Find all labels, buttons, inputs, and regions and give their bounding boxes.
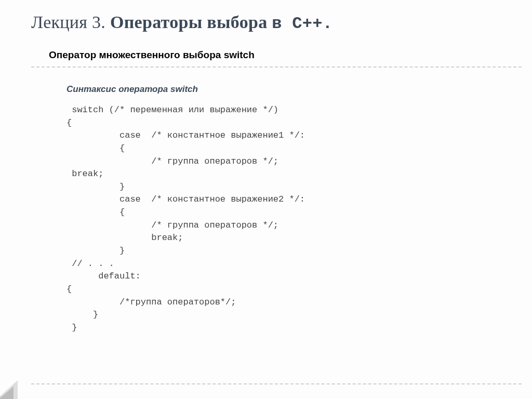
divider-top (31, 66, 522, 68)
syntax-heading: Синтаксис оператора switch (66, 84, 198, 95)
slide-subtitle: Оператор множественного выбора switch (49, 49, 255, 61)
code-block: switch (/* переменная или выражение */) … (66, 104, 305, 335)
corner-decor-icon (0, 380, 20, 399)
slide-container: Лекция 3. Операторы выбора в С++. Операт… (0, 0, 532, 399)
title-mono: в С++. (272, 14, 332, 33)
title-bold: Операторы выбора (110, 12, 272, 32)
divider-bottom (31, 383, 522, 384)
slide-title: Лекция 3. Операторы выбора в С++. (31, 12, 332, 33)
title-light: Лекция 3. (31, 12, 110, 32)
